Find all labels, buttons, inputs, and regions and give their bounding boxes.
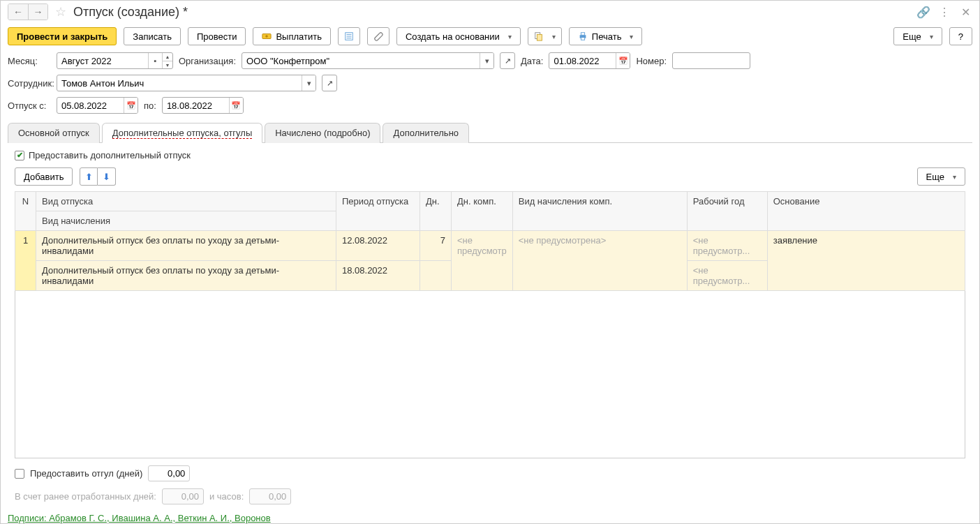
cell-accrual: Дополнительный отпуск без оплаты по уход… (36, 261, 336, 291)
move-down-button[interactable]: ⬇ (98, 167, 116, 186)
number-input[interactable] (673, 53, 750, 68)
printer-icon (578, 31, 588, 41)
col-days: Дн. (420, 192, 452, 231)
org-input-wrap: ▾ (242, 52, 494, 69)
help-button[interactable]: ? (949, 27, 972, 45)
vacation-to-wrap: 📅 (162, 97, 244, 114)
svg-rect-10 (581, 38, 584, 40)
cell-n: 1 (15, 231, 36, 291)
cell-type: Дополнительный отпуск без оплаты по уход… (36, 231, 336, 261)
vacation-from-calendar-button[interactable]: 📅 (124, 98, 138, 113)
vacation-from-wrap: 📅 (57, 97, 138, 114)
org-label: Организация: (179, 56, 236, 66)
money-icon (262, 31, 272, 41)
table-empty-area (15, 291, 965, 458)
vacation-to-calendar-button[interactable]: 📅 (229, 98, 243, 113)
create-based-on-button[interactable]: Создать на основании (396, 27, 521, 45)
cell-days2 (420, 261, 452, 291)
date-label: Дата: (521, 56, 543, 66)
col-accrual: Вид начисления (36, 211, 336, 231)
employee-input-wrap: ▾ (57, 75, 316, 91)
otgul-days-input[interactable] (148, 465, 190, 481)
cell-comp-accrual: <не предусмотрена> (512, 231, 687, 291)
svg-rect-7 (537, 34, 542, 40)
provide-additional-label: Предоставить дополнительный отпуск (29, 150, 191, 160)
col-days-comp: Дн. комп. (452, 192, 513, 231)
close-icon[interactable]: ✕ (958, 5, 972, 19)
cell-work-year: <не предусмотр... (687, 231, 767, 261)
attach-button[interactable] (367, 27, 389, 45)
number-input-wrap (672, 52, 750, 69)
employee-label: Сотрудник: (8, 78, 51, 89)
date-input-wrap: 📅 (549, 52, 630, 69)
post-and-close-button[interactable]: Провести и закрыть (8, 27, 117, 45)
add-row-button[interactable]: Добавить (15, 167, 73, 186)
col-work-year: Рабочий год (687, 192, 767, 231)
org-input[interactable] (242, 53, 480, 68)
date-calendar-button[interactable]: 📅 (616, 53, 630, 68)
list-icon (344, 31, 354, 41)
prev-hours-input (249, 488, 291, 504)
tab-accrued-detail[interactable]: Начислено (подробно) (265, 123, 380, 143)
col-period: Период отпуска (336, 192, 420, 231)
page-title: Отпуск (создание) * (73, 5, 188, 20)
cell-work-year2: <не предусмотр... (687, 261, 767, 291)
vacation-to-input[interactable] (163, 98, 229, 113)
print-button[interactable]: Печать (569, 27, 643, 45)
month-up-button[interactable]: ▲ (163, 53, 172, 61)
svg-point-1 (266, 35, 269, 38)
signatures-link[interactable]: Подписи: Абрамов Г. С., Ивашина А. А., В… (8, 513, 271, 523)
additional-vacation-table: N Вид отпуска Период отпуска Дн. Дн. ком… (15, 191, 965, 291)
table-more-button[interactable]: Еще (917, 167, 965, 186)
month-down-button[interactable]: ▼ (163, 61, 172, 68)
col-type: Вид отпуска (36, 192, 336, 211)
cell-period-to: 18.08.2022 (336, 261, 420, 291)
month-clear-button[interactable]: ▪ (148, 53, 162, 68)
month-input[interactable] (57, 53, 148, 68)
post-button[interactable]: Провести (188, 27, 246, 45)
prev-days-input (162, 488, 204, 504)
nav-forward-button[interactable]: → (28, 4, 47, 20)
vacation-to-label: по: (144, 100, 156, 111)
cell-days: 7 (420, 231, 452, 261)
employee-dropdown-button[interactable]: ▾ (302, 75, 315, 91)
nav-back-button[interactable]: ← (8, 4, 28, 20)
favorite-star-icon[interactable]: ☆ (55, 4, 66, 20)
save-button[interactable]: Записать (124, 27, 181, 45)
more-button[interactable]: Еще (893, 27, 942, 45)
tab-additional-vacation[interactable]: Дополнительные отпуска, отгулы (102, 123, 263, 143)
list-button[interactable] (338, 27, 360, 45)
provide-otgul-label: Предоставить отгул (дней) (30, 468, 142, 479)
prev-days-label: В счет ранее отработанных дней: (15, 491, 156, 502)
employee-open-button[interactable]: ↗ (322, 75, 337, 91)
table-row[interactable]: 1 Дополнительный отпуск без оплаты по ух… (15, 231, 965, 261)
vacation-from-label: Отпуск с: (8, 100, 51, 111)
number-label: Номер: (636, 56, 667, 66)
tab-main-vacation[interactable]: Основной отпуск (8, 123, 100, 143)
link-icon[interactable]: 🔗 (916, 5, 930, 19)
provide-additional-checkbox[interactable]: ✔ (15, 151, 24, 160)
prev-hours-label: и часов: (209, 491, 244, 502)
employee-input[interactable] (57, 75, 302, 91)
svg-rect-9 (581, 33, 584, 36)
org-open-button[interactable]: ↗ (500, 52, 515, 69)
move-up-button[interactable]: ⬆ (80, 167, 98, 186)
provide-otgul-checkbox[interactable] (15, 469, 24, 479)
copy-icon (534, 31, 544, 41)
col-basis: Основание (767, 192, 965, 231)
cell-days-comp: <не предусмотр (452, 231, 513, 291)
col-comp-accrual: Вид начисления комп. (512, 192, 687, 231)
copy-button[interactable] (528, 27, 562, 45)
kebab-menu-icon[interactable]: ⋮ (937, 5, 951, 19)
month-label: Месяц: (8, 56, 51, 66)
col-n: N (15, 192, 36, 231)
month-input-wrap: ▪ ▲ ▼ (57, 52, 173, 69)
cell-period-from: 12.08.2022 (336, 231, 420, 261)
org-dropdown-button[interactable]: ▾ (480, 53, 493, 68)
vacation-from-input[interactable] (57, 98, 124, 113)
pay-button[interactable]: Выплатить (253, 27, 331, 45)
cell-basis: заявление (767, 231, 965, 291)
tab-additional[interactable]: Дополнительно (383, 123, 469, 143)
paperclip-icon (373, 31, 383, 41)
date-input[interactable] (549, 53, 616, 68)
